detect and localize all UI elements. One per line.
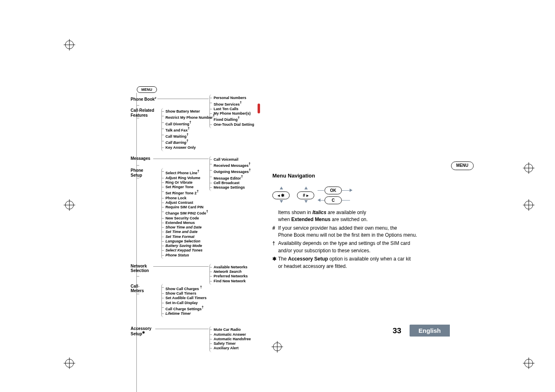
submenu-item: Set In-Call Display (164, 301, 207, 305)
submenu-item: Ring Or Vibrate (164, 180, 208, 185)
call-related-submenu: Show Battery Meter Restrict My Phone Num… (161, 108, 215, 151)
menu-button: MENU (137, 86, 157, 93)
menu-item-phone-book: Phone Book# (131, 97, 157, 101)
submenu-item: New Security Code (164, 216, 208, 221)
menu-item-call-meters: Call Meters (131, 284, 156, 293)
note-hash: If your service provider has added their… (278, 225, 417, 239)
hash-marker: # (272, 225, 278, 232)
arrow-line-icon (342, 200, 350, 201)
hash-key-icon: # ▸ (297, 191, 314, 199)
submenu-item: Talk and Fax† (164, 127, 215, 133)
submenu-item: Set Ringer Tone 2† (164, 189, 208, 196)
submenu-item: Automatic Handsfree (212, 337, 251, 341)
submenu-item: Phone Lock (164, 196, 208, 201)
note-star: The Accessory Setup option is available … (278, 256, 411, 270)
submenu-item: Key Answer Only (164, 145, 215, 150)
submenu-item: Restrict My Phone Number† (164, 114, 215, 120)
arrow-down-icon (280, 200, 283, 203)
submenu-item: Language Selection (164, 239, 208, 244)
submenu-item: Select Phone Line† (164, 169, 208, 175)
star-key-icon: ◂ ✱ (272, 191, 290, 199)
arrow-left-icon (318, 198, 320, 202)
submenu-item: Call Waiting† (164, 133, 215, 139)
submenu-item: Require SIM Card PIN (164, 205, 208, 210)
submenu-item: Call Charge Settings† (164, 305, 207, 311)
submenu-item: Call Barring† (164, 139, 215, 145)
ok-key-icon: OK (325, 187, 342, 194)
note-dagger: Availability depends on the type and set… (278, 240, 410, 254)
phone-setup-submenu: Select Phone Line† Adjust Ring Volume Ri… (161, 168, 208, 259)
menu-item-phone-setup: Phone Setup (131, 168, 156, 178)
star-marker: ✱ (272, 256, 278, 263)
crop-mark-icon (272, 341, 283, 353)
submenu-item: Show Call Timers (164, 291, 207, 296)
submenu-item: Set Ringer Tone (164, 185, 208, 189)
crop-mark-icon (64, 39, 75, 51)
arrow-up-icon (280, 187, 283, 189)
submenu-item: Battery Saving Mode (164, 244, 208, 248)
submenu-item: Lifetime Timer (164, 311, 207, 316)
submenu-item: Select Keypad Tones (164, 248, 208, 253)
arrow-right-icon (350, 189, 352, 192)
submenu-item: Call Diverting† (164, 120, 215, 127)
menu-item-call-related: Call Related Features (131, 108, 156, 118)
crop-mark-icon (64, 357, 75, 369)
submenu-item: Adjust Ring Volume (164, 176, 208, 180)
submenu-item: Network Search (212, 270, 248, 274)
crop-mark-icon (64, 199, 75, 211)
crop-mark-icon (523, 162, 534, 174)
note-italics: Items shown in Italics are available onl… (278, 209, 368, 224)
submenu-item: Adjust Contrast (164, 201, 208, 205)
submenu-item: Set Time and Date (164, 230, 208, 234)
notes-block: Items shown in Italics are available onl… (272, 209, 465, 270)
crop-mark-icon (523, 357, 534, 369)
arrow-down-icon (304, 200, 308, 203)
arrow-line-icon (318, 190, 324, 191)
submenu-item: Set Time Format (164, 235, 208, 239)
c-key-icon: C (325, 196, 342, 204)
crop-mark-icon (523, 199, 534, 211)
submenu-item: Show Call Charges † (164, 285, 207, 291)
arrow-up-icon (304, 187, 308, 189)
menu-item-network: Network Selection (131, 264, 156, 273)
submenu-item: Show Time and Date (164, 225, 208, 230)
language-tab: English (410, 325, 450, 337)
nav-buttons-diagram: ◂ ✱ # ▸ OK C (272, 182, 465, 205)
menu-button-side: MENU (451, 161, 474, 170)
menu-item-messages: Messages (131, 156, 150, 161)
submenu-item: Safety Timer (212, 341, 251, 346)
submenu-item: Call Voicemail (212, 157, 251, 162)
submenu-item: Available Networks (212, 265, 248, 270)
dagger-marker: † (272, 240, 278, 247)
page-number: 33 (393, 326, 401, 335)
submenu-item: Phone Status (164, 253, 208, 258)
submenu-item: Auxiliary Alert (212, 346, 251, 350)
submenu-item: Personal Numbers (212, 96, 254, 100)
submenu-item: Change SIM PIN2 Code† (164, 210, 208, 216)
section-heading: Menu Navigation (272, 172, 465, 180)
arrow-line-icon (320, 200, 325, 201)
submenu-item: Extended Menus (164, 221, 208, 225)
call-meters-submenu: Show Call Charges † Show Call Timers Set… (161, 284, 207, 318)
submenu-item: Show Battery Meter (164, 109, 215, 114)
submenu-item: Set Audible Call Timers (164, 296, 207, 300)
arrow-line-icon (342, 190, 350, 191)
menu-tree: MENU Phone Book# Personal Numbers Show S… (125, 86, 261, 339)
